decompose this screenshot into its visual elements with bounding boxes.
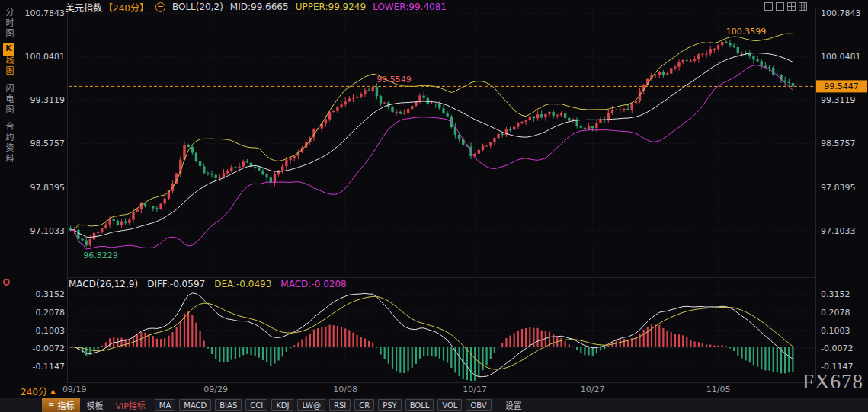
period-toggle[interactable]: 240分 ▲ — [21, 385, 56, 398]
svg-text:100.0481: 100.0481 — [821, 52, 861, 62]
svg-text:0.1003: 0.1003 — [36, 326, 66, 336]
trading-app: 100.7843100.7843100.0481100.048199.31199… — [0, 0, 868, 412]
kline-badge: K — [3, 43, 14, 56]
macd-dea-line — [71, 296, 793, 369]
svg-text:100.7843: 100.7843 — [25, 8, 66, 18]
period-badge[interactable]: 【240分】 — [104, 1, 149, 14]
layout-controls — [764, 2, 807, 11]
indicator-button-macd[interactable]: MACD — [179, 399, 211, 411]
indicator-button-lw[interactable]: LW@ — [297, 399, 325, 411]
indicator-button-psy[interactable]: PSY — [378, 399, 402, 411]
red-circle-icon[interactable] — [3, 279, 10, 286]
indicator-button-bias[interactable]: BIAS — [215, 399, 242, 411]
date-axis-labels: 09/1909/2910/0810/1710/2711/05 — [62, 385, 731, 394]
svg-text:09/19: 09/19 — [62, 385, 87, 394]
macd-diff-line — [71, 293, 793, 377]
svg-text:10/27: 10/27 — [581, 385, 605, 394]
svg-text:99.5549: 99.5549 — [376, 75, 412, 85]
boll-lower-value: LOWER:99.4081 — [373, 2, 447, 12]
macd-histogram — [70, 311, 794, 381]
svg-text:-0.0072: -0.0072 — [33, 343, 65, 353]
indicator-button-cci[interactable]: CCI — [245, 399, 267, 411]
svg-text:0.3152: 0.3152 — [36, 289, 66, 299]
indicator-menu-icon — [48, 401, 54, 409]
price-axis-labels: 100.7843100.7843100.0481100.048199.31199… — [25, 8, 861, 235]
indicator-button-boll[interactable]: BOLL — [405, 399, 434, 411]
svg-text:0.2078: 0.2078 — [821, 308, 850, 318]
fx678-watermark: FX678 — [802, 370, 863, 394]
indicator-button-rsi[interactable]: RSI — [329, 399, 351, 411]
sidebar-item-time-chart[interactable]: 分时图 — [2, 8, 14, 40]
period-arrow-icon: ▲ — [50, 388, 56, 395]
svg-text:96.8229: 96.8229 — [83, 251, 118, 260]
svg-text:0.3152: 0.3152 — [821, 289, 850, 299]
svg-text:100.3599: 100.3599 — [726, 27, 767, 37]
svg-text:10/17: 10/17 — [463, 385, 487, 394]
boll-mid-value: MID:99.6665 — [230, 2, 289, 12]
macd-diff-value: DIFF:-0.0597 — [147, 279, 205, 289]
period-label: 240分 — [21, 385, 47, 398]
candles — [69, 38, 794, 247]
layout-nine-icon[interactable] — [799, 2, 807, 11]
indicator-buttons: MAMACDBIASCCIKDJLW@RSICRPSYBOLLVOLOBV — [155, 399, 492, 411]
price-chart-canvas[interactable]: 100.7843100.7843100.0481100.048199.31199… — [0, 0, 868, 412]
svg-text:99.3119: 99.3119 — [821, 95, 856, 105]
svg-text:10/08: 10/08 — [333, 385, 357, 394]
boll-upper-value: UPPER:99.9249 — [296, 2, 366, 12]
svg-text:99.3119: 99.3119 — [30, 95, 66, 105]
svg-text:-0.0072: -0.0072 — [821, 343, 853, 353]
svg-text:100.7843: 100.7843 — [821, 8, 861, 18]
svg-text:-0.1147: -0.1147 — [33, 362, 65, 372]
svg-text:100.0481: 100.0481 — [25, 52, 66, 62]
svg-text:0.1003: 0.1003 — [821, 326, 850, 336]
sidebar-item-lightning-chart[interactable]: 闪电图 — [2, 84, 14, 116]
indicator-collapse-icon[interactable] — [155, 2, 165, 12]
macd-header: MACD(26,12,9) DIFF:-0.0597 DEA:-0.0493 M… — [69, 279, 347, 289]
boll-mid-line — [71, 53, 793, 238]
indicator-button-ma[interactable]: MA — [155, 399, 175, 411]
indicator-button-kdj[interactable]: KDJ — [271, 399, 293, 411]
last-price-tag: 99.5447 — [816, 80, 867, 92]
svg-text:09/29: 09/29 — [203, 385, 228, 394]
svg-text:97.1033: 97.1033 — [821, 226, 856, 236]
indicator-button-vol[interactable]: VOL — [437, 399, 462, 411]
svg-text:98.5757: 98.5757 — [821, 139, 856, 149]
svg-text:99.5447: 99.5447 — [824, 81, 859, 91]
svg-text:97.8395: 97.8395 — [30, 183, 66, 193]
boll-upper-line — [71, 34, 793, 230]
macd-legend: MACD(26,12,9) — [69, 279, 138, 289]
left-sidebar: 分时图 K线图 闪电图 合约资料 — [0, 0, 14, 398]
sidebar-item-contract-info[interactable]: 合约资料 — [2, 122, 14, 164]
svg-text:97.1033: 97.1033 — [30, 226, 66, 236]
layout-four-icon[interactable] — [787, 2, 796, 11]
vip-indicators-tab[interactable]: VIP指标 — [109, 398, 151, 412]
indicator-button-cr[interactable]: CR — [354, 399, 374, 411]
svg-text:97.8395: 97.8395 — [821, 183, 856, 193]
boll-lower-line — [71, 65, 793, 249]
svg-text:98.5757: 98.5757 — [30, 139, 66, 149]
layout-one-icon[interactable] — [764, 2, 773, 11]
macd-hist-value: MACD:-0.0208 — [280, 279, 346, 289]
settings-button[interactable]: 设置 — [499, 398, 528, 412]
chart-header: 美元指数 【240分】 BOLL(20,2) MID:99.6665 UPPER… — [66, 1, 447, 13]
boll-legend: BOLL(20,2) — [172, 2, 223, 12]
layout-two-icon[interactable] — [776, 2, 784, 11]
templates-tab[interactable]: 模板 — [80, 398, 109, 412]
indicators-tab[interactable]: 指标 — [42, 398, 80, 412]
sidebar-item-kline-chart[interactable]: K线图 — [2, 43, 14, 77]
bottom-toolbar: 指标 模板 VIP指标 MAMACDBIASCCIKDJLW@RSICRPSYB… — [0, 398, 868, 412]
kline-label: 线图 — [4, 56, 14, 77]
indicator-button-obv[interactable]: OBV — [466, 399, 491, 411]
svg-text:0.2078: 0.2078 — [36, 308, 66, 318]
svg-text:11/05: 11/05 — [706, 385, 731, 394]
symbol-title: 美元指数 — [66, 1, 102, 14]
indicators-tab-label: 指标 — [57, 399, 74, 411]
macd-dea-value: DEA:-0.0493 — [214, 279, 271, 289]
